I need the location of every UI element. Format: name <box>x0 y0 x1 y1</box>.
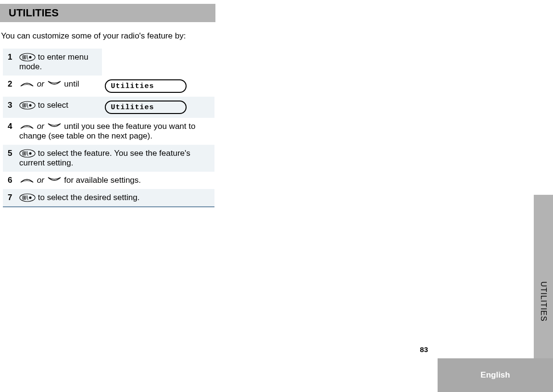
step-row: 6 or for available settings. <box>3 172 214 189</box>
menu-key-icon <box>19 149 36 158</box>
step-number: 4 <box>3 118 16 145</box>
step-text-fragment: or <box>37 79 47 89</box>
nav-down-icon <box>47 80 62 89</box>
svg-point-23 <box>29 197 32 199</box>
nav-up-icon <box>19 122 35 131</box>
step-number: 6 <box>3 172 16 189</box>
svg-point-11 <box>29 104 32 107</box>
lcd-display: Utilities <box>105 79 187 93</box>
step-number: 3 <box>3 97 16 118</box>
step-content: or until you see the feature you want to… <box>16 118 214 145</box>
menu-key-icon <box>19 193 36 202</box>
nav-down-icon <box>47 122 62 131</box>
step-content: to select <box>16 97 102 118</box>
step-number: 1 <box>3 49 16 76</box>
step-text-fragment: to select <box>38 101 68 110</box>
step-text-fragment: for available settings. <box>64 176 141 185</box>
page-number: 83 <box>420 345 428 354</box>
section-title: UTILITIES <box>9 7 59 19</box>
step-row: 7 to select the desired setting. <box>3 189 214 207</box>
step-content: or for available settings. <box>16 172 214 189</box>
step-text-fragment: until <box>64 79 79 89</box>
side-tab: UTILITIES <box>534 195 553 358</box>
display-cell: Utilities <box>102 76 214 97</box>
step-text-fragment: or <box>37 176 47 185</box>
language-footer: English <box>438 358 553 392</box>
step-content: to enter menu mode. <box>16 49 102 76</box>
step-row: 4 or until you see the feature you want … <box>3 118 214 145</box>
step-number: 2 <box>3 76 16 97</box>
nav-up-icon <box>19 176 35 185</box>
step-row: 2 or until Utilities <box>3 76 214 97</box>
step-text-fragment: to select the desired setting. <box>38 193 140 202</box>
svg-point-5 <box>29 56 32 59</box>
menu-key-icon <box>19 101 36 110</box>
step-number: 7 <box>3 189 16 207</box>
step-row: 3 to select Utilities <box>3 97 214 118</box>
step-content: or until <box>16 76 102 97</box>
steps-table: 1 to enter menu mode. 2 or until <box>3 49 214 207</box>
language-label: English <box>480 370 510 380</box>
nav-down-icon <box>47 176 62 185</box>
svg-point-17 <box>29 152 32 155</box>
step-text-fragment: to select the feature. You see the featu… <box>19 149 190 167</box>
nav-up-icon <box>19 80 35 89</box>
step-content: to select the feature. You see the featu… <box>16 145 214 172</box>
display-cell: Utilities <box>102 97 214 118</box>
menu-key-icon <box>19 53 36 62</box>
section-title-bar: UTILITIES <box>0 4 215 22</box>
step-content: to select the desired setting. <box>16 189 214 207</box>
step-number: 5 <box>3 145 16 172</box>
lcd-display: Utilities <box>105 101 187 114</box>
step-text-fragment: or <box>37 122 47 131</box>
step-row: 5 to select the feature. You see the fea… <box>3 145 214 172</box>
side-tab-label: UTILITIES <box>539 281 548 322</box>
intro-paragraph: You can customize some of your radio's f… <box>1 31 215 42</box>
step-row: 1 to enter menu mode. <box>3 49 214 76</box>
